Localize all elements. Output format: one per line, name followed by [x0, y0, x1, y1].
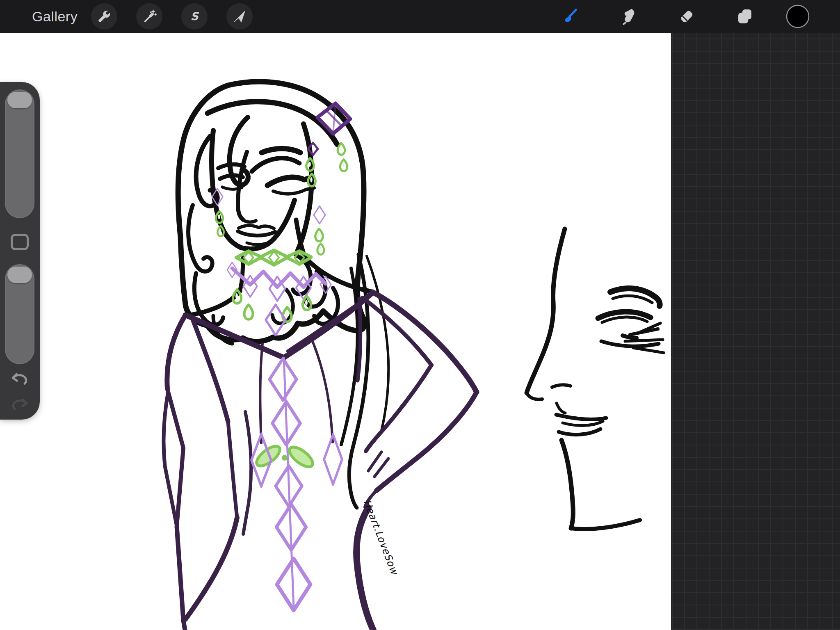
gallery-button[interactable]: Gallery — [32, 0, 78, 33]
offcanvas-grid-panel — [671, 33, 840, 630]
layers-icon — [736, 7, 754, 25]
magic-wand-icon — [142, 9, 157, 24]
gown-gems — [236, 358, 352, 610]
undo-icon[interactable] — [10, 371, 30, 387]
paint-brush-icon — [561, 7, 579, 25]
transform-arrow-icon — [232, 9, 247, 24]
workspace: Heart.LoveSow — [0, 33, 840, 630]
artwork-illustration: Heart.LoveSow — [0, 33, 671, 630]
svg-text:S: S — [190, 10, 199, 23]
smudge-tool-button[interactable] — [615, 3, 641, 30]
eraser-icon — [678, 7, 696, 25]
layers-button[interactable] — [732, 3, 758, 30]
drawing-canvas[interactable]: Heart.LoveSow — [0, 33, 671, 630]
brush-size-slider-thumb[interactable] — [7, 92, 32, 108]
adjustments-button[interactable] — [136, 3, 162, 30]
brush-size-slider[interactable] — [5, 89, 34, 218]
paint-tool-button[interactable] — [557, 3, 583, 30]
selection-s-icon: S — [187, 9, 202, 24]
tool-sidebar — [0, 82, 40, 420]
selection-button[interactable]: S — [181, 3, 208, 30]
artist-signature: Heart.LoveSow — [361, 498, 400, 577]
dress — [164, 292, 477, 630]
color-swatch-button[interactable] — [785, 3, 811, 30]
erase-tool-button[interactable] — [673, 3, 700, 30]
wrench-icon — [96, 9, 112, 24]
transform-button[interactable] — [226, 3, 253, 30]
smudge-finger-icon — [619, 7, 637, 25]
profile-sketch — [527, 229, 664, 529]
redo-icon[interactable] — [10, 396, 30, 413]
opacity-slider[interactable] — [5, 264, 34, 364]
modify-button[interactable] — [11, 234, 29, 250]
opacity-slider-thumb[interactable] — [7, 267, 32, 283]
top-toolbar: Gallery S — [0, 0, 840, 33]
color-swatch-circle — [785, 3, 811, 30]
actions-button[interactable] — [91, 3, 117, 30]
